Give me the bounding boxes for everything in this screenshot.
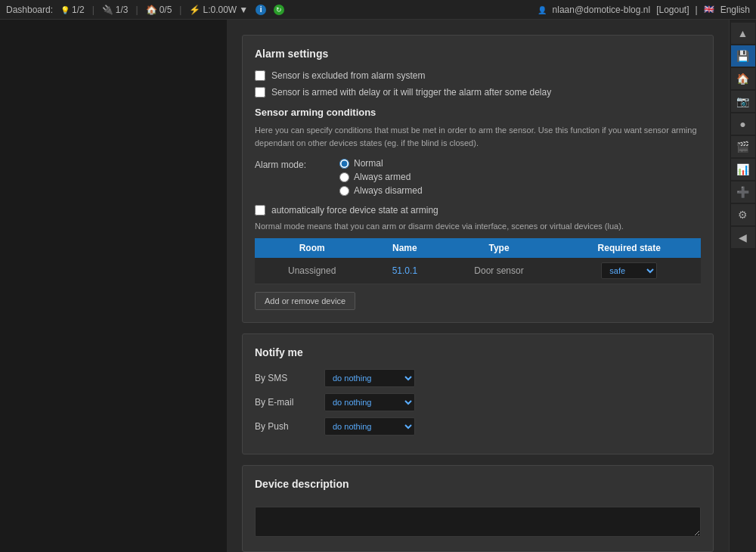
auto-force-checkbox[interactable] <box>255 205 265 216</box>
device-description-title: Device description <box>255 478 701 490</box>
alarm-mode-row: Alarm mode: Normal Always armed Always d… <box>255 158 701 196</box>
notify-select-2[interactable]: do nothingnotify menotify me and send in… <box>324 417 415 436</box>
radio-normal-label: Normal <box>354 158 383 169</box>
language-label: English <box>720 5 750 15</box>
cell-required-state: safe not safe <box>558 258 701 284</box>
table-row: Unassigned 51.0.1 Door sensor safe not s… <box>255 258 701 284</box>
col-type: Type <box>440 238 557 258</box>
radio-normal-input[interactable] <box>339 159 349 169</box>
user-icon <box>538 5 547 15</box>
normal-mode-note: Normal mode means that you can arm or di… <box>255 222 701 231</box>
alarm-settings-title: Alarm settings <box>255 48 701 60</box>
notify-label-2: By Push <box>255 421 315 432</box>
notify-me-title: Notify me <box>255 346 701 358</box>
excluded-checkbox-row: Sensor is excluded from alarm system <box>255 70 701 81</box>
notify-row-0: By SMSdo nothingnotify menotify me and s… <box>255 369 701 387</box>
name-link[interactable]: 51.0.1 <box>392 265 417 276</box>
cell-room: Unassigned <box>255 258 369 284</box>
cell-name: 51.0.1 <box>369 258 440 284</box>
left-panel <box>0 20 227 552</box>
sidebar-home-button[interactable]: 🏠 <box>731 68 755 89</box>
sidebar-scene-button[interactable]: 🎬 <box>731 136 755 157</box>
cell-type: Door sensor <box>440 258 557 284</box>
notify-label-1: By E-mail <box>255 397 315 408</box>
bulb-count: 1/2 <box>60 5 85 15</box>
notify-label-0: By SMS <box>255 373 315 383</box>
sidebar-plugin-button[interactable]: ➕ <box>731 181 755 203</box>
radio-always-disarmed-label: Always disarmed <box>354 185 423 196</box>
radio-always-armed-label: Always armed <box>354 172 411 182</box>
flag-icon: 🇬🇧 <box>704 5 714 14</box>
refresh-icon[interactable]: ↻ <box>274 5 284 15</box>
auto-force-row: automatically force device state at armi… <box>255 205 701 216</box>
alarm-mode-label: Alarm mode: <box>255 158 330 170</box>
sidebar-chart-button[interactable]: 📊 <box>731 159 755 180</box>
alarm-settings-section: Alarm settings Sensor is excluded from a… <box>242 35 714 323</box>
auto-force-label: automatically force device state at armi… <box>271 205 438 216</box>
col-room: Room <box>255 238 369 258</box>
radio-normal: Normal <box>339 158 423 169</box>
sidebar-status-button[interactable]: ● <box>731 113 755 135</box>
notify-rows-container: By SMSdo nothingnotify menotify me and s… <box>255 369 701 436</box>
notify-select-1[interactable]: do nothingnotify menotify me and send in… <box>324 393 415 411</box>
info-icon[interactable]: i <box>256 5 266 15</box>
sidebar-settings-button[interactable]: ⚙ <box>731 204 755 225</box>
armed-delay-label: Sensor is armed with delay or it will tr… <box>271 87 551 98</box>
device-description-textarea[interactable] <box>255 507 701 537</box>
logout-btn[interactable]: [Logout] <box>656 5 689 15</box>
sidebar-up-button[interactable]: ▲ <box>731 23 755 44</box>
notify-me-section: Notify me By SMSdo nothingnotify menotif… <box>242 333 714 454</box>
arming-description: Here you can specify conditions that mus… <box>255 124 701 149</box>
main-content: Alarm settings Sensor is excluded from a… <box>227 20 729 552</box>
armed-delay-checkbox[interactable] <box>255 87 265 98</box>
power-reading: ⚡ L:0.00W ▼ <box>189 5 248 15</box>
sidebar-back-button[interactable]: ◀ <box>731 227 755 248</box>
notify-row-1: By E-maildo nothingnotify menotify me an… <box>255 393 701 411</box>
required-state-select[interactable]: safe not safe <box>601 262 657 279</box>
layout: Alarm settings Sensor is excluded from a… <box>0 20 756 552</box>
armed-delay-checkbox-row: Sensor is armed with delay or it will tr… <box>255 87 701 98</box>
excluded-checkbox[interactable] <box>255 70 265 81</box>
signal-count: 🔌 1/3 <box>102 5 129 15</box>
dashboard-label: Dashboard: <box>6 5 53 15</box>
bulb-icon <box>60 5 70 15</box>
conditions-table: Room Name Type Required state Unassigned… <box>255 238 701 284</box>
radio-always-disarmed-input[interactable] <box>339 186 349 196</box>
right-sidebar: ▲ 💾 🏠 📷 ● 🎬 📊 ➕ ⚙ ◀ <box>729 20 756 552</box>
arming-conditions-title: Sensor arming conditions <box>255 107 701 118</box>
topbar: Dashboard: 1/2 | 🔌 1/3 | 🏠 0/5 | ⚡ L:0.0… <box>0 0 756 20</box>
excluded-label: Sensor is excluded from alarm system <box>271 70 425 81</box>
radio-group: Normal Always armed Always disarmed <box>339 158 423 196</box>
topbar-right: nlaan@domotice-blog.nl [Logout] | 🇬🇧 Eng… <box>538 5 750 15</box>
col-required-state: Required state <box>558 238 701 258</box>
radio-always-armed: Always armed <box>339 172 423 182</box>
col-name: Name <box>369 238 440 258</box>
notify-row-2: By Pushdo nothingnotify menotify me and … <box>255 417 701 436</box>
home-count: 🏠 0/5 <box>146 5 172 15</box>
username: nlaan@domotice-blog.nl <box>553 5 651 15</box>
radio-always-armed-input[interactable] <box>339 172 349 182</box>
sidebar-save-button[interactable]: 💾 <box>731 45 755 67</box>
device-description-section: Device description <box>242 465 714 552</box>
add-remove-button[interactable]: Add or remove device <box>255 292 355 310</box>
notify-select-0[interactable]: do nothingnotify menotify me and send in… <box>324 369 415 387</box>
sidebar-camera-button[interactable]: 📷 <box>731 91 755 112</box>
radio-always-disarmed: Always disarmed <box>339 185 423 196</box>
